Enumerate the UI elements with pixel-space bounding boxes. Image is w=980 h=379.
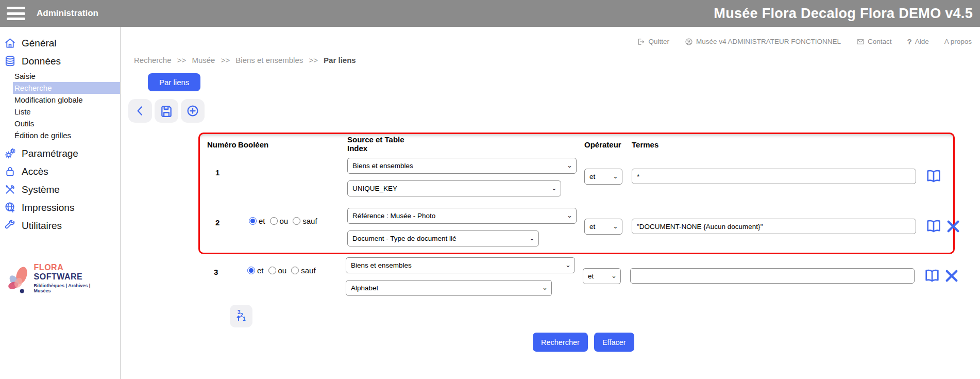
- operator-select-row2[interactable]: et: [584, 219, 622, 235]
- add-criterion-button[interactable]: [181, 99, 205, 123]
- header-numero: Numéro: [207, 140, 236, 149]
- criteria-row3: 3 et ou sauf Biens et ensembles Alphabet…: [198, 254, 980, 311]
- index-select-row2[interactable]: Document - Type de document lié: [347, 230, 539, 246]
- breadcrumb-part[interactable]: Biens et ensembles: [235, 56, 303, 64]
- header-booleen: Booléen: [238, 140, 268, 149]
- radio-et-row3[interactable]: et: [247, 266, 264, 275]
- radio-ou-row3[interactable]: ou: [268, 266, 287, 275]
- header-operateur: Opérateur: [584, 140, 621, 149]
- sidebar-item-label: Accès: [22, 166, 48, 177]
- terms-input-row1[interactable]: [632, 169, 916, 184]
- logo-tagline: Bibliothèques | Archives | Musées: [34, 283, 106, 293]
- help-link[interactable]: ? Aide: [907, 37, 929, 46]
- terms-input-row2[interactable]: [632, 219, 916, 234]
- sidebar-item-parametrage[interactable]: Paramétrage: [0, 144, 120, 162]
- radio-ou-row2[interactable]: ou: [270, 217, 289, 225]
- row-number: 2: [215, 218, 219, 227]
- quit-link[interactable]: Quitter: [637, 38, 669, 46]
- breadcrumb-part[interactable]: Recherche: [134, 56, 172, 64]
- top-bar: Administration Musée Flora Decalog Flora…: [0, 0, 980, 27]
- open-book-icon: [925, 168, 942, 185]
- index-select-row3[interactable]: Alphabet: [346, 280, 552, 296]
- boolean-group-row2: et ou sauf: [249, 217, 317, 225]
- sidebar-item-impressions[interactable]: Impressions: [0, 199, 120, 217]
- sidebar-item-label: Données: [22, 56, 61, 67]
- sidebar-item-saisie[interactable]: Saisie: [0, 70, 120, 82]
- save-button[interactable]: [155, 99, 178, 123]
- sidebar-item-utilitaires[interactable]: Utilitaires: [0, 217, 120, 235]
- flora-flower-icon: [3, 263, 32, 295]
- sort-criteria-button[interactable]: 3 2 1: [230, 305, 252, 327]
- radio-sauf-row3[interactable]: sauf: [291, 266, 315, 275]
- user-bar: Quitter Musée v4 ADMINISTRATEUR FONCTION…: [637, 37, 972, 46]
- breadcrumb-separator: >>: [309, 56, 318, 64]
- breadcrumb-separator: >>: [177, 56, 187, 64]
- quit-label: Quitter: [648, 38, 669, 45]
- current-user[interactable]: Musée v4 ADMINISTRATEUR FONCTIONNEL: [685, 38, 841, 46]
- sidebar-item-label: Paramétrage: [22, 148, 78, 159]
- sidebar-item-acces[interactable]: Accès: [0, 162, 120, 180]
- breadcrumb-part[interactable]: Musée: [192, 56, 215, 64]
- header-termes: Termes: [632, 140, 658, 149]
- sidebar-item-systeme[interactable]: Système: [0, 180, 120, 199]
- row-number: 1: [215, 168, 219, 177]
- back-button[interactable]: [128, 99, 152, 123]
- index-select-row1[interactable]: UNIQUE_KEY: [347, 180, 561, 196]
- lock-icon: [4, 166, 16, 177]
- app-title: Musée Flora Decalog Flora DEMO v4.5: [714, 6, 973, 22]
- tab-par-liens[interactable]: Par liens: [148, 73, 200, 91]
- sidebar-item-general[interactable]: Général: [0, 34, 120, 52]
- flora-software-logo: FLORA SOFTWARE Bibliothèques | Archives …: [3, 263, 106, 295]
- save-icon: [160, 104, 173, 118]
- sidebar-item-donnees[interactable]: Données: [0, 52, 120, 70]
- contact-link[interactable]: Contact: [856, 38, 892, 46]
- index-browse-button-row1[interactable]: [925, 168, 942, 185]
- delete-row-button-row3[interactable]: [943, 268, 960, 284]
- radio-sauf-row2[interactable]: sauf: [293, 217, 317, 225]
- sidebar-item-recherche[interactable]: Recherche: [13, 82, 120, 94]
- database-icon: [4, 55, 16, 67]
- logo-name-software: SOFTWARE: [34, 272, 83, 281]
- help-label: Aide: [915, 38, 929, 45]
- source-select-row3[interactable]: Biens et ensembles: [346, 257, 575, 273]
- wrench-icon: [4, 220, 16, 232]
- plus-circle-icon: [186, 104, 199, 118]
- main-content: Quitter Musée v4 ADMINISTRATEUR FONCTION…: [121, 27, 980, 379]
- globe-print-icon: [4, 202, 16, 213]
- sidebar: Général Données Saisie Recherche Modific…: [0, 27, 121, 379]
- header-index: Index: [347, 144, 367, 153]
- source-select-row2[interactable]: Référence : Musée - Photo: [347, 208, 577, 224]
- operator-select-row3[interactable]: et: [583, 268, 621, 284]
- header-source-table: Source et Table: [347, 135, 404, 144]
- sidebar-item-modification-globale[interactable]: Modification globale: [0, 94, 120, 106]
- sidebar-item-edition-de-grilles[interactable]: Édition de grilles: [0, 129, 120, 141]
- breadcrumb: Recherche >> Musée >> Biens et ensembles…: [134, 56, 356, 64]
- delete-row-button-row2[interactable]: [945, 218, 961, 235]
- sidebar-item-liste[interactable]: Liste: [0, 106, 120, 118]
- user-label: Musée v4 ADMINISTRATEUR FONCTIONNEL: [696, 38, 841, 45]
- search-button[interactable]: Rechercher: [533, 333, 588, 352]
- user-icon: [685, 38, 693, 46]
- home-icon: [4, 37, 16, 49]
- open-book-icon: [924, 268, 940, 284]
- highlighted-criteria-box: Numéro Booléen Source et Table Index Opé…: [198, 133, 955, 254]
- sidebar-item-outils[interactable]: Outils: [0, 118, 120, 129]
- about-link[interactable]: A propos: [944, 38, 972, 45]
- index-browse-button-row3[interactable]: [924, 268, 940, 284]
- sidebar-item-label: Impressions: [22, 202, 74, 213]
- sort-321-icon: 3 2 1: [233, 308, 249, 324]
- clear-button[interactable]: Effacer: [594, 333, 634, 352]
- exit-icon: [637, 38, 645, 46]
- operator-select-row1[interactable]: et: [584, 169, 622, 185]
- terms-input-row3[interactable]: [630, 268, 915, 284]
- source-select-row1[interactable]: Biens et ensembles: [347, 158, 577, 174]
- sidebar-item-label: Système: [22, 184, 60, 195]
- breadcrumb-current: Par liens: [324, 56, 356, 64]
- sidebar-item-label: Utilitaires: [22, 220, 62, 232]
- open-book-icon: [925, 218, 942, 235]
- radio-et-row2[interactable]: et: [249, 217, 265, 225]
- hamburger-menu-icon[interactable]: [7, 7, 25, 20]
- index-browse-button-row2[interactable]: [925, 218, 942, 235]
- delete-x-icon: [945, 218, 961, 235]
- question-icon: ?: [907, 37, 912, 46]
